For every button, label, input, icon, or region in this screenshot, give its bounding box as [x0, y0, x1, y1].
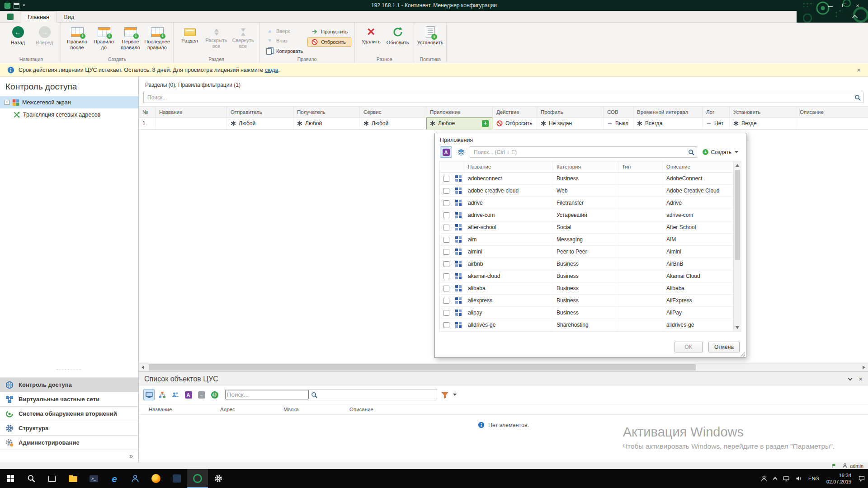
app-row[interactable]: aim Messaging AIM: [440, 234, 733, 246]
start-button[interactable]: [0, 469, 21, 488]
column-header[interactable]: СОВ: [604, 107, 633, 117]
applications-filter-button[interactable]: A: [440, 146, 452, 158]
undefined-filter-button[interactable]: –: [196, 389, 207, 400]
close-panel-icon[interactable]: ×: [859, 375, 863, 383]
column-header[interactable]: Получатель: [293, 107, 360, 117]
row-checkbox[interactable]: [443, 237, 449, 243]
column-header[interactable]: Лог: [703, 107, 730, 117]
column-header[interactable]: Категория: [553, 161, 618, 172]
nav-item-access-control[interactable]: Контроль доступа: [0, 377, 138, 392]
horizontal-scrollbar[interactable]: [139, 363, 868, 371]
copy-button[interactable]: Копировать: [263, 46, 307, 56]
first-rule-button[interactable]: + Первое правило: [118, 24, 143, 50]
column-header[interactable]: Установить: [730, 107, 796, 117]
objects-search-input[interactable]: [225, 390, 309, 399]
rule-before-button[interactable]: + Правило до: [91, 24, 117, 50]
vertical-scrollbar[interactable]: [733, 161, 741, 331]
tree-expander-icon[interactable]: +: [5, 100, 9, 105]
refresh-button[interactable]: Обновить: [385, 24, 410, 46]
nav-more-button[interactable]: »: [0, 450, 138, 462]
tree-item-firewall[interactable]: + Межсетевой экран: [0, 96, 138, 108]
scroll-thumb[interactable]: [735, 170, 740, 260]
app-row[interactable]: akamai-cloud Business Akamai Cloud: [440, 270, 733, 282]
filter-button[interactable]: [439, 389, 450, 400]
scroll-down-button[interactable]: [734, 324, 741, 331]
row-checkbox[interactable]: [443, 322, 449, 328]
row-checkbox[interactable]: [443, 261, 449, 267]
section-button[interactable]: Раздел: [177, 24, 203, 44]
column-header[interactable]: Название: [139, 407, 217, 412]
delete-button[interactable]: × Удалить: [358, 24, 384, 45]
nav-item-administration[interactable]: Администрирование: [0, 435, 138, 450]
applications-filter-button[interactable]: A: [183, 389, 194, 400]
maximize-button[interactable]: [837, 0, 851, 11]
settings-button[interactable]: [208, 469, 229, 488]
column-header[interactable]: Название: [464, 161, 553, 172]
expand-all-button[interactable]: Раскрыть все: [203, 24, 229, 49]
users-filter-button[interactable]: [170, 389, 181, 400]
forward-button[interactable]: → Вперед: [32, 24, 57, 46]
language-indicator[interactable]: ENG: [805, 469, 822, 488]
rule-after-button[interactable]: + Правило после: [64, 24, 90, 50]
action-center-button[interactable]: [855, 469, 868, 488]
column-header[interactable]: Сервис: [360, 107, 426, 117]
row-checkbox[interactable]: [443, 212, 449, 218]
app-row[interactable]: aimini Peer to Peer Aimini: [440, 246, 733, 258]
banner-close-button[interactable]: ×: [857, 66, 861, 74]
last-rule-button[interactable]: + Последнее правило: [144, 24, 170, 50]
network-tray-button[interactable]: [780, 469, 793, 488]
taskbar-search-button[interactable]: [21, 469, 42, 488]
scroll-thumb[interactable]: [149, 364, 696, 371]
row-checkbox[interactable]: [443, 200, 449, 206]
row-checkbox[interactable]: [443, 176, 449, 182]
column-header[interactable]: Описание: [796, 107, 868, 117]
continent-app-button[interactable]: [187, 469, 208, 488]
nav-item-structure[interactable]: Структура: [0, 421, 138, 435]
app-row[interactable]: after-school Social After School: [440, 221, 733, 234]
app-row[interactable]: alipay Business AliPay: [440, 307, 733, 319]
install-button[interactable]: + Установить: [417, 24, 443, 46]
row-checkbox[interactable]: [443, 249, 449, 255]
terminal-button[interactable]: >_: [83, 469, 104, 488]
column-header[interactable]: Временной интервал: [633, 107, 703, 117]
taskbar-clock[interactable]: 16:34 02.07.2019: [822, 472, 855, 485]
column-header[interactable]: Описание: [663, 161, 733, 172]
app-row[interactable]: alldrives-ge Sharehosting alldrives-ge: [440, 319, 733, 331]
search-icon[interactable]: [686, 149, 697, 155]
row-checkbox[interactable]: [443, 188, 449, 194]
popup-search-input[interactable]: [470, 149, 686, 155]
tray-expand-button[interactable]: [770, 469, 780, 488]
groups-filter-button[interactable]: [156, 389, 168, 400]
app-row[interactable]: adrive-com Устаревший adrive-com: [440, 209, 733, 221]
scroll-left-button[interactable]: [139, 363, 147, 371]
move-down-button[interactable]: Вниз: [263, 37, 307, 45]
ok-button[interactable]: OK: [675, 342, 703, 352]
move-up-button[interactable]: Вверх: [263, 27, 307, 35]
collapse-panel-icon[interactable]: [848, 376, 852, 380]
column-header[interactable]: Маска: [280, 407, 346, 412]
cancel-button[interactable]: Отмена: [708, 342, 740, 352]
collapse-all-button[interactable]: Свернуть все: [230, 24, 256, 49]
nav-item-vpn[interactable]: Виртуальные частные сети: [0, 392, 138, 406]
minimize-button[interactable]: [824, 0, 837, 11]
column-header[interactable]: Описание: [346, 407, 868, 412]
groups-filter-button[interactable]: [455, 146, 467, 158]
scroll-right-button[interactable]: [860, 363, 868, 371]
create-button[interactable]: + Создать: [700, 148, 741, 157]
row-checkbox[interactable]: [443, 273, 449, 279]
back-button[interactable]: ← Назад: [5, 24, 31, 46]
contacts-button[interactable]: [125, 469, 146, 488]
tray-people-button[interactable]: [758, 469, 770, 488]
column-header[interactable]: №: [139, 107, 156, 117]
column-header[interactable]: Приложение: [426, 107, 493, 117]
search-icon[interactable]: [852, 94, 863, 101]
scroll-up-button[interactable]: [734, 161, 741, 169]
column-header[interactable]: Профиль: [537, 107, 604, 117]
app-row[interactable]: adrive Filetransfer Adrive: [440, 197, 733, 209]
tree-item-nat[interactable]: Трансляция сетевых адресов: [0, 108, 138, 121]
close-button[interactable]: ×: [851, 0, 864, 11]
column-header[interactable]: Адрес: [217, 407, 280, 412]
filter-rule-row[interactable]: 1 Любой Любой Любой Любое +: [139, 117, 868, 130]
add-application-button[interactable]: +: [482, 120, 489, 127]
tab-home[interactable]: Главная: [20, 11, 57, 23]
